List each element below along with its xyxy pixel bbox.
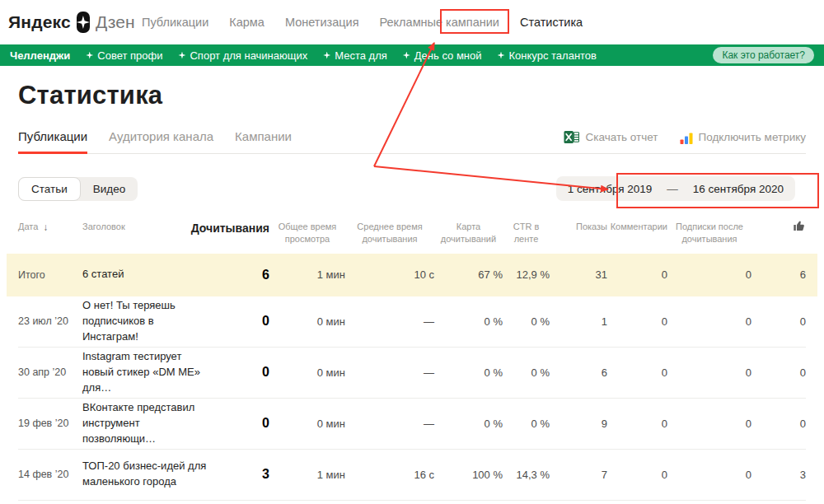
cell-date: 23 июл ’20 <box>18 315 82 327</box>
content-type-toggle: Статьи Видео <box>18 177 138 201</box>
cell-ctr: 14,3 % <box>503 469 550 481</box>
cell-total-view-time: 0 мин <box>269 366 345 379</box>
cell-likes: 0 <box>751 366 806 379</box>
connect-metrica-button[interactable]: Подключить метрику <box>680 131 806 144</box>
cell-article-title[interactable]: О нет! Ты теряешь подписчиков в Инстагра… <box>82 298 218 345</box>
nav-item-publications[interactable]: Публикации <box>142 16 208 29</box>
filters-row: Статьи Видео 1 сентября 2019 — 16 сентяб… <box>18 176 806 201</box>
cell-likes: 0 <box>751 418 806 430</box>
column-header-likes[interactable] <box>751 221 806 232</box>
cell-full-reads: 6 <box>218 268 269 282</box>
cell-article-title[interactable]: ВКонтакте представил инструмент позволяю… <box>82 400 218 447</box>
promo-item-sport[interactable]: Спорт для начинающих <box>178 49 307 62</box>
column-header-full-reads[interactable]: Дочитывания <box>218 221 269 236</box>
total-label: Итого <box>18 269 82 281</box>
table-header: Дата ↓ Заголовок Дочитывания Общее время… <box>18 221 806 245</box>
tab-publications[interactable]: Публикации <box>18 129 87 153</box>
cell-total-view-time: 1 мин <box>269 268 345 281</box>
promo-item-konkurs[interactable]: Конкурс талантов <box>498 49 597 62</box>
table-row-total: Итого 6 статей 6 1 мин 10 с 67 % 12,9 % … <box>7 254 817 296</box>
nav-item-ad-campaigns[interactable]: Рекламные кампании <box>380 16 499 29</box>
page-title: Статистика <box>18 80 806 111</box>
sparkle-icon <box>323 52 330 59</box>
promo-item-label: Совет профи <box>97 49 162 62</box>
cell-full-reads: 3 <box>218 467 269 482</box>
cell-read-map: 67 % <box>434 268 503 281</box>
cell-read-map: 0 % <box>434 315 503 328</box>
how-it-works-button[interactable]: Как это работает? <box>713 47 814 63</box>
column-header-total-view-time[interactable]: Общее время просмотра <box>269 221 345 245</box>
cell-avg-read-time: — <box>345 366 434 379</box>
cell-full-reads: 0 <box>218 416 269 431</box>
column-header-subscriptions[interactable]: Подписки после дочитывания <box>667 221 751 245</box>
column-header-ctr[interactable]: CTR в ленте <box>503 221 550 245</box>
cell-subscriptions: 0 <box>667 315 751 328</box>
sort-desc-icon: ↓ <box>43 221 48 234</box>
cell-comments: 0 <box>607 268 667 281</box>
promo-item-den-so-mnoy[interactable]: День со мной <box>403 49 482 62</box>
date-range-picker[interactable]: 1 сентября 2019 — 16 сентября 2020 <box>556 176 795 201</box>
cell-comments: 0 <box>607 418 667 430</box>
cell-subscriptions: 0 <box>667 366 751 379</box>
cell-impressions: 31 <box>550 268 607 281</box>
download-report-label: Скачать отчет <box>585 131 658 143</box>
cell-subscriptions: 0 <box>667 418 751 430</box>
table-row: 23 июл ’20 О нет! Ты теряешь подписчиков… <box>18 296 806 348</box>
cell-article-title[interactable]: ТОП-20 бизнес-идей для маленького города <box>82 459 218 490</box>
cell-total-view-time: 0 мин <box>269 418 345 430</box>
cell-comments: 0 <box>607 469 667 481</box>
cell-article-title[interactable]: Instagram тестирует новый стикер «DM ME»… <box>82 349 218 396</box>
sparkle-icon <box>86 52 93 59</box>
excel-icon <box>564 129 579 145</box>
cell-impressions: 9 <box>550 418 607 430</box>
zen-statistics-page: Яндекс Дзен Публикации Карма Монетизация… <box>0 0 824 504</box>
cell-likes: 3 <box>751 469 806 481</box>
column-header-read-map[interactable]: Карта дочитываний <box>434 221 503 245</box>
metrica-bars-icon <box>680 131 693 144</box>
cell-ctr: 0 % <box>503 315 550 328</box>
tabs-row: Публикации Аудитория канала Кампании Ска… <box>18 126 806 154</box>
column-header-comments[interactable]: Комментарии <box>607 221 667 233</box>
date-range-separator: — <box>667 183 678 195</box>
cell-subscriptions: 0 <box>667 469 751 481</box>
cell-date: 30 апр ’20 <box>18 366 82 378</box>
cell-date: 14 фев ’20 <box>18 469 82 480</box>
cell-full-reads: 0 <box>218 314 269 329</box>
cell-impressions: 6 <box>550 366 607 379</box>
toggle-videos[interactable]: Видео <box>81 177 138 201</box>
nav-items: Публикации Карма Монетизация Рекламные к… <box>142 16 583 29</box>
cell-impressions: 1 <box>550 315 607 328</box>
yandex-zen-logo[interactable]: Яндекс Дзен <box>8 12 132 33</box>
table-row: 19 фев ’20 ВКонтакте представил инструме… <box>18 399 806 450</box>
challenges-label[interactable]: Челленджи <box>10 49 70 62</box>
tab-campaigns[interactable]: Кампании <box>235 129 292 153</box>
nav-item-statistics[interactable]: Статистика <box>520 16 583 29</box>
nav-item-monetization[interactable]: Монетизация <box>285 16 359 29</box>
cell-ctr: 12,9 % <box>503 268 550 281</box>
promo-item-mesta[interactable]: Места для <box>323 49 387 62</box>
promo-item-sovet-profi[interactable]: Совет профи <box>86 49 162 62</box>
cell-total-view-time: 0 мин <box>269 315 345 328</box>
thumbs-up-icon <box>793 219 806 232</box>
cell-likes: 0 <box>751 315 806 328</box>
column-header-avg-read-time[interactable]: Среднее время дочитывания <box>345 221 434 245</box>
tab-audience[interactable]: Аудитория канала <box>109 129 213 153</box>
sparkle-icon <box>498 52 505 59</box>
challenges-bar: Челленджи Совет профи Спорт для начинающ… <box>0 44 824 66</box>
logo-text-zen: Дзен <box>96 12 135 32</box>
download-report-button[interactable]: Скачать отчет <box>564 129 658 145</box>
report-actions: Скачать отчет Подключить метрику <box>564 129 806 153</box>
cell-read-map: 0 % <box>434 366 503 379</box>
connect-metrica-label: Подключить метрику <box>699 131 806 143</box>
cell-subscriptions: 0 <box>667 268 751 281</box>
promo-item-label: День со мной <box>414 49 482 62</box>
cell-avg-read-time: 10 с <box>345 268 434 281</box>
date-range-end: 16 сентября 2020 <box>693 183 784 195</box>
toggle-articles[interactable]: Статьи <box>18 177 81 201</box>
cell-avg-read-time: 16 с <box>345 469 434 481</box>
table-row: 30 апр ’20 Instagram тестирует новый сти… <box>18 348 806 399</box>
column-header-date[interactable]: Дата ↓ <box>18 221 82 234</box>
column-header-impressions[interactable]: Показы <box>550 221 607 233</box>
cell-comments: 0 <box>607 315 667 328</box>
nav-item-karma[interactable]: Карма <box>229 16 265 29</box>
